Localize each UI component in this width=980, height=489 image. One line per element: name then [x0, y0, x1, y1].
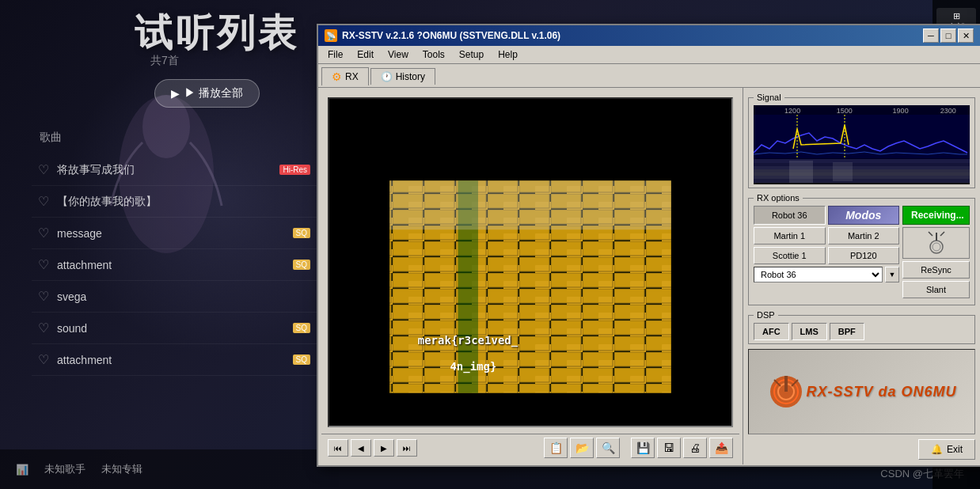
song-name: attachment [57, 354, 285, 366]
list-item[interactable]: ♡ message SQ [32, 218, 317, 249]
app-icon: 📡 [325, 29, 337, 42]
tab-history[interactable]: 🕐 History [370, 68, 435, 85]
svg-text:4n_img}: 4n_img} [450, 360, 496, 373]
save-as-button[interactable]: 🖫 [657, 438, 681, 458]
heart-icon[interactable]: ♡ [38, 289, 49, 304]
titlebar-left: 📡 RX-SSTV v.2.1.6 ?ON6MU (SSTVENG.DLL v.… [325, 29, 560, 42]
svg-rect-28 [754, 179, 970, 183]
svg-text:1900: 1900 [893, 107, 909, 115]
scottie1-button[interactable]: Scottie 1 [754, 247, 826, 264]
list-item[interactable]: ♡ sound SQ [32, 313, 317, 344]
list-item[interactable]: ♡ 将故事写成我们 Hi-Res [32, 154, 317, 186]
menu-help[interactable]: Help [492, 47, 524, 62]
list-item[interactable]: ♡ attachment SQ [32, 249, 317, 281]
svg-point-31 [930, 241, 943, 253]
martin1-button[interactable]: Martin 1 [754, 227, 826, 244]
main-area: merak{r3ce1ved_ 4n_img} ⏮ ◀ ▶ ⏭ 📋 📂 🔍 💾 … [318, 88, 980, 464]
robot36-button[interactable]: Robot 36 [754, 206, 826, 225]
play-all-label: ▶ 播放全部 [184, 86, 243, 100]
minimize-button[interactable]: ─ [923, 28, 939, 43]
mode-dropdown[interactable]: Robot 36 Martin 1 Martin 2 Scottie 1 PD1… [754, 267, 883, 282]
receiving-button[interactable]: Receiving... [902, 206, 970, 225]
martin2-button[interactable]: Martin 2 [828, 227, 900, 244]
svg-rect-18 [754, 115, 970, 158]
song-name: attachment [57, 259, 285, 271]
app-title: 试听列表 [135, 8, 299, 59]
receiving-label: Receiving... [911, 210, 964, 221]
print-button[interactable]: 🖨 [683, 438, 707, 458]
svg-rect-29 [789, 161, 813, 183]
rewind-end-button[interactable]: ⏮ [328, 439, 348, 457]
menu-tools[interactable]: Tools [416, 47, 451, 62]
tab-rx[interactable]: ⚙ RX [321, 67, 369, 85]
dropdown-arrow[interactable]: ▼ [885, 267, 899, 282]
list-item[interactable]: ♡ 【你的故事我的歌】 [32, 186, 317, 218]
maximize-button[interactable]: □ [940, 28, 956, 43]
copy-button[interactable]: 📋 [544, 438, 568, 458]
playback-controls: ⏮ ◀ ▶ ⏭ 📋 📂 🔍 💾 🖫 🖨 📤 [321, 434, 739, 461]
exit-button[interactable]: 🔔 Exit [918, 439, 975, 460]
lms-button[interactable]: LMS [792, 323, 827, 340]
menu-view[interactable]: View [382, 47, 415, 62]
dsp-buttons: AFC LMS BPF [754, 323, 970, 340]
heart-icon[interactable]: ♡ [38, 162, 49, 177]
close-button[interactable]: ✕ [958, 28, 974, 43]
heart-icon[interactable]: ♡ [38, 352, 49, 367]
play-button[interactable]: ▶ [374, 439, 394, 457]
exit-row: 🔔 Exit [748, 439, 975, 460]
save-button[interactable]: 💾 [631, 438, 655, 458]
heart-icon[interactable]: ♡ [38, 194, 49, 209]
heart-icon[interactable]: ♡ [38, 257, 49, 272]
heart-icon[interactable]: ♡ [38, 226, 49, 241]
sstv-titlebar: 📡 RX-SSTV v.2.1.6 ?ON6MU (SSTVENG.DLL v.… [318, 25, 980, 46]
svg-rect-39 [784, 376, 788, 392]
svg-text:1500: 1500 [837, 107, 853, 115]
open-button[interactable]: 📂 [570, 438, 594, 458]
list-item[interactable]: ♡ svega [32, 281, 317, 313]
pd120-button[interactable]: PD120 [828, 247, 900, 264]
forward-end-button[interactable]: ⏭ [397, 439, 417, 457]
antenna-svg [921, 231, 952, 255]
svg-line-35 [940, 232, 944, 236]
sstv-image-svg: merak{r3ce1ved_ 4n_img} [329, 99, 731, 426]
song-list: ♡ 将故事写成我们 Hi-Res ♡ 【你的故事我的歌】 ♡ message S… [32, 154, 317, 376]
menu-edit[interactable]: Edit [351, 47, 380, 62]
menu-setup[interactable]: Setup [453, 47, 490, 62]
exit-icon: 🔔 [931, 444, 943, 455]
tab-rx-label: RX [345, 71, 359, 82]
right-panel-sstv: Signal 1200 1500 1900 2300 [743, 88, 980, 464]
signal-label: Signal [754, 93, 784, 102]
svg-rect-22 [754, 159, 970, 163]
svg-rect-30 [833, 162, 853, 181]
window-title: RX-SSTV v.2.1.6 ?ON6MU (SSTVENG.DLL v.1.… [342, 30, 560, 41]
song-name: sound [57, 322, 285, 335]
share-button[interactable]: 📤 [709, 438, 733, 458]
svg-rect-10 [389, 180, 671, 229]
song-name: svega [57, 290, 310, 303]
rewind-button[interactable]: ◀ [351, 439, 371, 457]
bar-icon: 📊 [16, 464, 28, 476]
svg-line-34 [929, 232, 933, 236]
list-item[interactable]: ♡ attachment SQ [32, 344, 317, 376]
afc-button[interactable]: AFC [754, 323, 789, 340]
zoom-button[interactable]: 🔍 [596, 438, 620, 458]
resync-button[interactable]: ReSync [902, 261, 970, 279]
heart-icon[interactable]: ♡ [38, 320, 49, 335]
play-icon: ▶ [171, 87, 180, 100]
svg-text:merak{r3ce1ved_: merak{r3ce1ved_ [418, 334, 518, 347]
bottom-artist: 未知歌手 [44, 462, 85, 476]
song-name: 【你的故事我的歌】 [57, 195, 310, 209]
slant-label: Slant [926, 285, 946, 294]
play-all-button[interactable]: ▶ ▶ 播放全部 [154, 79, 260, 108]
dsp-group: DSP AFC LMS BPF [748, 310, 975, 344]
modes-text: Modos [845, 209, 881, 222]
modes-label: Modos [828, 206, 900, 225]
window-controls: ─ □ ✕ [923, 28, 974, 43]
rx-icon: ⚙ [332, 70, 342, 83]
bpf-button[interactable]: BPF [830, 323, 864, 340]
svg-rect-24 [754, 166, 970, 169]
slant-button[interactable]: Slant [902, 281, 970, 298]
resync-label: ReSync [921, 265, 952, 275]
signal-display: 1200 1500 1900 2300 [754, 105, 970, 184]
menu-file[interactable]: File [321, 47, 349, 62]
